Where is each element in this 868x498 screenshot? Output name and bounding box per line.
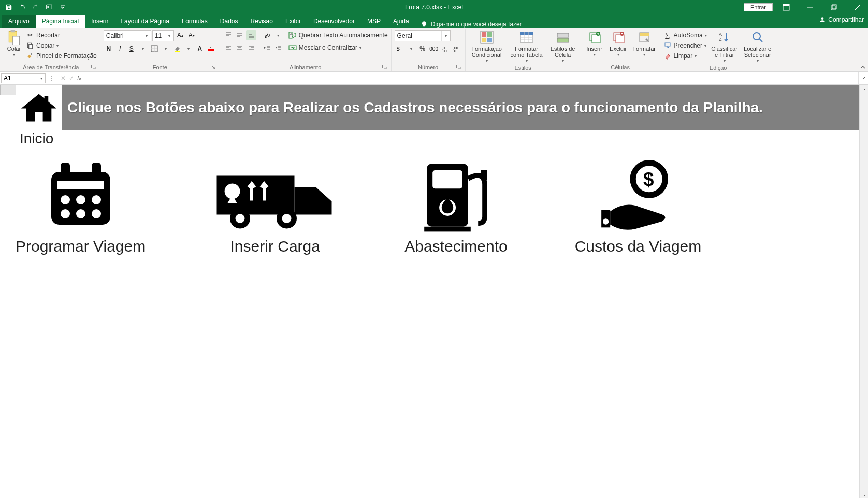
align-top-button[interactable] <box>223 30 234 40</box>
svg-rect-98 <box>433 170 463 188</box>
chevron-down-icon[interactable]: ▾ <box>37 76 45 81</box>
group-styles: Formatação Condicional▾ Formatar como Ta… <box>466 29 581 71</box>
redo-button[interactable] <box>31 3 40 12</box>
ribbon-display-button[interactable] <box>776 0 797 14</box>
font-size-combo[interactable]: 11▾ <box>152 30 174 41</box>
name-box-input[interactable] <box>2 75 37 82</box>
signin-button[interactable]: Entrar <box>744 3 773 11</box>
accounting-chevron-icon[interactable]: ▾ <box>406 43 416 54</box>
custos-viagem-button[interactable]: $ Custos da Viagem <box>575 152 702 255</box>
share-button[interactable]: Compartilhar <box>819 16 864 23</box>
fill-color-chevron[interactable]: ▾ <box>183 43 194 54</box>
accounting-format-button[interactable]: $ <box>395 43 405 54</box>
copy-button[interactable]: Copiar▾ <box>26 40 97 51</box>
bold-button[interactable]: N <box>104 43 114 54</box>
scroll-up-button[interactable] <box>860 85 868 93</box>
tab-file[interactable]: Arquivo <box>2 15 36 28</box>
increase-font-button[interactable]: A▴ <box>175 30 185 40</box>
insert-cells-button[interactable]: Inserir▾ <box>584 30 605 58</box>
maximize-button[interactable] <box>823 0 844 14</box>
close-button[interactable] <box>847 0 868 14</box>
customize-qat-button[interactable] <box>58 3 67 12</box>
align-right-button[interactable] <box>246 42 256 53</box>
orientation-chevron-icon[interactable]: ▾ <box>273 30 283 40</box>
cut-button[interactable]: ✂Recortar <box>26 30 97 40</box>
conditional-formatting-button[interactable]: Formatação Condicional▾ <box>469 30 505 64</box>
underline-button[interactable]: S <box>126 43 137 54</box>
borders-button[interactable] <box>149 43 160 54</box>
vertical-scrollbar[interactable] <box>859 85 868 498</box>
worksheet[interactable]: Clique nos Botões abaixo para Realizar o… <box>0 85 859 498</box>
increase-indent-button[interactable] <box>273 42 283 53</box>
tab-review[interactable]: Revisão <box>244 15 279 28</box>
merge-center-button[interactable]: Mesclar e Centralizar ▾ <box>288 42 388 53</box>
clear-button[interactable]: Limpar ▾ <box>663 51 707 61</box>
align-middle-button[interactable] <box>235 30 245 40</box>
name-box[interactable]: ▾ <box>1 73 46 83</box>
worksheet-area: Clique nos Botões abaixo para Realizar o… <box>0 85 868 498</box>
money-hand-icon: $ <box>594 152 682 238</box>
enter-formula-button[interactable]: ✓ <box>69 75 74 82</box>
decrease-decimal-button[interactable]: ,00,0 <box>452 43 462 54</box>
dialog-launcher[interactable] <box>382 64 388 70</box>
tab-page-layout[interactable]: Layout da Página <box>114 15 175 28</box>
increase-decimal-button[interactable]: ,0,00 <box>440 43 451 54</box>
cancel-formula-button[interactable]: ✕ <box>61 75 66 82</box>
sort-filter-button[interactable]: AZ Classificar e Filtrar▾ <box>710 30 739 64</box>
tab-developer[interactable]: Desenvolvedor <box>307 15 361 28</box>
format-as-table-button[interactable]: Formatar como Tabela▾ <box>508 30 545 64</box>
dialog-launcher[interactable] <box>91 64 97 70</box>
format-cells-button[interactable]: Formatar▾ <box>632 30 657 58</box>
save-button[interactable] <box>4 3 13 12</box>
collapse-ribbon-button[interactable] <box>860 64 866 70</box>
abastecimento-button[interactable]: Abastecimento <box>404 152 507 255</box>
svg-point-89 <box>76 209 85 218</box>
tell-me-search[interactable]: Diga-me o que você deseja fazer <box>415 21 527 28</box>
find-select-button[interactable]: Localizar e Selecionar▾ <box>742 30 773 64</box>
undo-button[interactable] <box>18 3 27 12</box>
align-center-button[interactable] <box>235 42 245 53</box>
scroll-down-button[interactable] <box>860 492 868 498</box>
italic-button[interactable]: I <box>115 43 125 54</box>
wrap-text-button[interactable]: abQuebrar Texto Automaticamente <box>288 30 388 40</box>
comma-format-button[interactable]: 000 <box>429 43 439 54</box>
align-left-button[interactable] <box>223 42 234 53</box>
tab-msp[interactable]: MSP <box>361 15 387 28</box>
dialog-launcher[interactable] <box>210 64 216 70</box>
programar-viagem-button[interactable]: Programar Viagem <box>16 152 146 255</box>
orientation-button[interactable]: ab <box>262 30 272 40</box>
expand-formula-bar-button[interactable] <box>858 72 868 84</box>
decrease-indent-button[interactable] <box>262 42 272 53</box>
scroll-track[interactable] <box>860 93 868 492</box>
font-name-combo[interactable]: Calibri▾ <box>104 30 151 41</box>
formula-input[interactable] <box>84 72 862 84</box>
tab-formulas[interactable]: Fórmulas <box>176 15 214 28</box>
paste-button[interactable]: Colar ▾ <box>5 30 23 58</box>
format-painter-button[interactable]: Pincel de Formatação <box>26 51 97 61</box>
tab-home[interactable]: Página Inicial <box>36 15 85 28</box>
percent-format-button[interactable]: % <box>417 43 428 54</box>
number-format-combo[interactable]: Geral▾ <box>395 30 451 41</box>
home-button[interactable] <box>16 85 62 130</box>
cell-styles-button[interactable]: Estilos de Célula▾ <box>548 30 577 64</box>
delete-cells-button[interactable]: Excluir▾ <box>608 30 629 58</box>
font-color-chevron[interactable] <box>206 43 216 54</box>
align-bottom-button[interactable] <box>246 30 256 40</box>
insert-function-button[interactable]: fx <box>77 75 81 82</box>
dialog-launcher[interactable] <box>456 64 462 70</box>
inserir-carga-button[interactable]: Inserir Carga <box>213 152 337 255</box>
fill-color-button[interactable] <box>172 43 182 54</box>
tab-help[interactable]: Ajuda <box>387 15 415 28</box>
fill-button[interactable]: Preencher ▾ <box>663 40 707 51</box>
font-color-button[interactable]: A <box>195 43 205 54</box>
underline-chevron-icon[interactable]: ▾ <box>138 43 148 54</box>
tab-view[interactable]: Exibir <box>279 15 307 28</box>
tab-insert[interactable]: Inserir <box>85 15 114 28</box>
touch-mode-button[interactable] <box>45 3 54 12</box>
select-all-cell[interactable] <box>0 85 17 95</box>
autosum-button[interactable]: ∑AutoSoma ▾ <box>663 30 707 40</box>
borders-chevron-icon[interactable]: ▾ <box>161 43 171 54</box>
decrease-font-button[interactable]: A▾ <box>186 30 197 40</box>
minimize-button[interactable] <box>800 0 820 14</box>
tab-data[interactable]: Dados <box>214 15 244 28</box>
